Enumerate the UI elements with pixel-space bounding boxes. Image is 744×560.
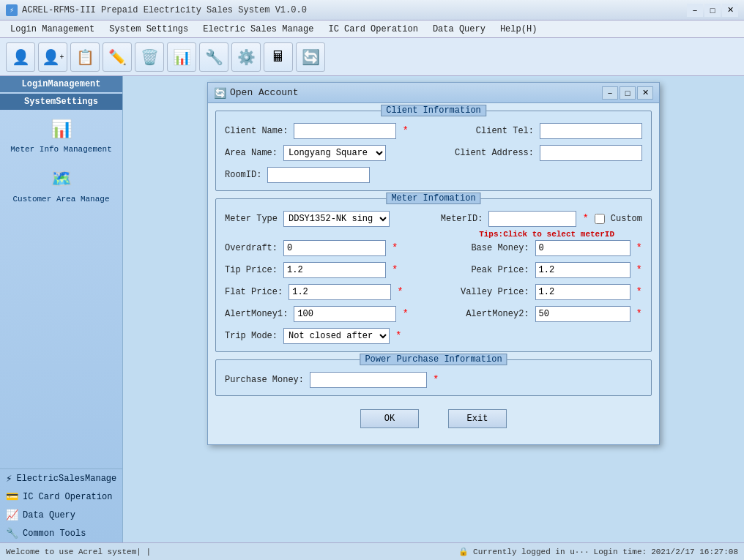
- room-id-label: RoomID:: [225, 170, 261, 180]
- alert-money1-label: AlertMoney1:: [225, 309, 288, 319]
- alert-money-row: AlertMoney1: * AlertMoney2: *: [225, 306, 642, 322]
- tip-price-required: *: [392, 265, 398, 275]
- room-id-input[interactable]: [267, 167, 370, 183]
- client-tel-input[interactable]: [540, 123, 642, 139]
- dialog-icon: 🔄: [214, 87, 226, 99]
- sidebar-nav-data-label: Data Query: [23, 510, 75, 520]
- dialog-maximize[interactable]: □: [620, 86, 636, 100]
- content-area: 🔄 Open Account − □ ✕ Client Information: [123, 76, 744, 542]
- area-name-select[interactable]: Longyang Square: [283, 145, 386, 161]
- delete-button[interactable]: 🗑️: [135, 42, 164, 72]
- edit-button[interactable]: ✏️: [103, 42, 132, 72]
- client-info-section: Client Information Client Name: * Client…: [215, 111, 652, 191]
- trip-mode-required: *: [395, 331, 401, 341]
- flat-price-input[interactable]: [289, 284, 391, 300]
- menu-help[interactable]: Help(H): [493, 23, 544, 36]
- status-bar: Welcome to use Acrel system| | 🔒 Current…: [0, 542, 744, 560]
- ok-button[interactable]: OK: [360, 409, 419, 428]
- client-address-label: Client Address:: [455, 148, 534, 158]
- title-bar: ⚡ ACREL-RFMS-III Prepaid Electricity Sal…: [0, 0, 744, 20]
- alert-money2-label: AlertMoney2:: [466, 309, 529, 319]
- minimize-button[interactable]: −: [687, 4, 703, 17]
- add-user-button[interactable]: 👤+: [38, 42, 67, 72]
- client-address-input[interactable]: [540, 145, 642, 161]
- list-button[interactable]: 📋: [70, 42, 100, 72]
- base-money-required: *: [636, 243, 642, 253]
- open-account-dialog: 🔄 Open Account − □ ✕ Client Information: [207, 82, 660, 445]
- dialog-close[interactable]: ✕: [637, 86, 653, 100]
- valley-price-input[interactable]: [535, 284, 630, 300]
- menu-bar: Login Management System Settings Electri…: [0, 20, 744, 38]
- trip-mode-select[interactable]: Not closed after Hot closed after: [283, 328, 390, 344]
- base-money-input[interactable]: [535, 240, 630, 256]
- meter-id-required: *: [582, 214, 588, 224]
- peak-price-required: *: [636, 265, 642, 275]
- peak-price-input[interactable]: [535, 262, 630, 278]
- meter-type-select[interactable]: DDSY1352-NK sing: [283, 211, 390, 227]
- meter-type-row: Meter Type DDSY1352-NK sing MeterID: * C…: [225, 211, 642, 227]
- alert-money1-required: *: [402, 309, 408, 319]
- meter-info-icon: 📊: [48, 116, 75, 142]
- tip-price-row: Tip Price: * Peak Price: *: [225, 262, 642, 278]
- trip-mode-label: Trip Mode:: [225, 331, 278, 341]
- dialog-overlay: 🔄 Open Account − □ ✕ Client Information: [123, 76, 744, 542]
- login-time-label: Login time:: [594, 548, 647, 556]
- valley-price-required: *: [636, 287, 642, 297]
- menu-login-management[interactable]: Login Management: [3, 23, 102, 36]
- table-button[interactable]: 📊: [167, 42, 196, 72]
- logged-in-text: Currently logged in u···: [473, 548, 589, 556]
- sidebar-item-customer-area[interactable]: 🗺️ Customer Area Manage: [0, 160, 122, 209]
- exit-button[interactable]: Exit: [448, 409, 507, 428]
- meter-info-title: Meter Infomation: [386, 193, 480, 204]
- overdraft-input[interactable]: [283, 240, 386, 256]
- dialog-minimize[interactable]: −: [602, 86, 618, 100]
- meter-id-input[interactable]: [488, 211, 576, 227]
- meter-id-label: MeterID:: [441, 214, 483, 224]
- sidebar-section-system: SystemSettings: [0, 94, 122, 110]
- calculator-button[interactable]: 🖩: [264, 42, 293, 72]
- sidebar-item-meter-info[interactable]: 📊 Meter Info Management: [0, 110, 122, 160]
- toolbar: 👤 👤+ 📋 ✏️ 🗑️ 📊 🔧 ⚙️ 🖩 🔄: [0, 38, 744, 76]
- client-name-label: Client Name:: [225, 126, 288, 136]
- sidebar-nav-common-tools[interactable]: 🔧 Common Tools: [0, 524, 122, 542]
- sidebar-nav-electric[interactable]: ⚡ ElectricSalesManage: [0, 469, 122, 488]
- alert-money2-input[interactable]: [535, 306, 630, 322]
- tip-price-label: Tip Price:: [225, 265, 278, 275]
- close-button[interactable]: ✕: [722, 4, 738, 17]
- purchase-money-label: Purchase Money:: [225, 375, 304, 385]
- client-name-row: Client Name: * Client Tel:: [225, 123, 642, 139]
- trip-mode-row: Trip Mode: Not closed after Hot closed a…: [225, 328, 642, 344]
- tips-row: Tips:Click to select meterID: [225, 230, 642, 239]
- custom-checkbox[interactable]: [595, 214, 605, 224]
- client-name-required: *: [402, 126, 408, 136]
- wrench-button[interactable]: 🔧: [199, 42, 228, 72]
- maximize-button[interactable]: □: [704, 4, 721, 17]
- refresh-button[interactable]: 🔄: [296, 42, 325, 72]
- dialog-title-bar: 🔄 Open Account − □ ✕: [208, 83, 659, 103]
- power-purchase-title: Power Purchase Information: [360, 354, 507, 365]
- menu-electric-sales[interactable]: Electric Sales Manage: [196, 23, 321, 36]
- menu-data-query[interactable]: Data Query: [425, 23, 493, 36]
- flat-price-row: Flat Price: * Valley Price: *: [225, 284, 642, 300]
- gear-button[interactable]: ⚙️: [231, 42, 261, 72]
- overdraft-required: *: [392, 243, 398, 253]
- client-name-input[interactable]: [294, 123, 396, 139]
- user-button[interactable]: 👤: [6, 42, 35, 72]
- client-tel-label: Client Tel:: [476, 126, 534, 136]
- purchase-money-input[interactable]: [310, 372, 427, 388]
- base-money-label: Base Money:: [471, 243, 529, 253]
- sidebar-section-login: LoginManagement: [0, 76, 122, 92]
- area-name-row: Area Name: Longyang Square Client Addres…: [225, 145, 642, 161]
- alert-money1-input[interactable]: [294, 306, 396, 322]
- custom-label: Custom: [611, 214, 642, 224]
- menu-ic-card[interactable]: IC Card Operation: [321, 23, 425, 36]
- sidebar-nav-data-query[interactable]: 📈 Data Query: [0, 506, 122, 524]
- tip-price-input[interactable]: [283, 262, 386, 278]
- tools-icon: 🔧: [6, 527, 18, 540]
- purchase-money-required: *: [433, 375, 439, 385]
- alert-money2-required: *: [636, 309, 642, 319]
- tips-text: Tips:Click to select meterID: [479, 230, 614, 239]
- menu-system-settings[interactable]: System Settings: [102, 23, 196, 36]
- sidebar-nav-ic-card[interactable]: 💳 IC Card Operation: [0, 488, 122, 506]
- app-icon: ⚡: [6, 4, 18, 16]
